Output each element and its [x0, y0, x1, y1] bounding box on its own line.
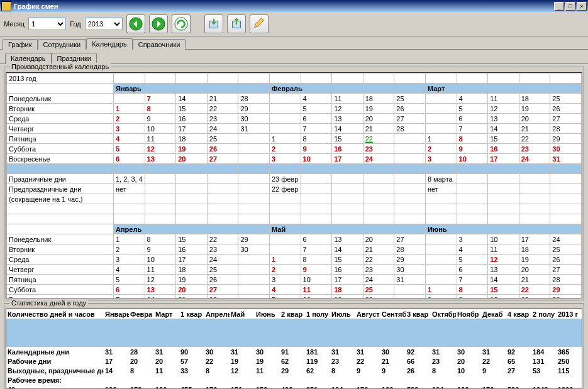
next-button[interactable] — [149, 14, 168, 33]
calendar-group: Производственный календарь 2013 годЯнвар… — [4, 67, 584, 300]
main-tab-2[interactable]: Календарь — [86, 38, 133, 50]
minimize-button[interactable]: _ — [554, 2, 564, 11]
toolbar: Месяц 1 Год 2013 — [0, 12, 588, 36]
year-label: Год — [70, 20, 81, 28]
month-select[interactable]: 1 — [28, 18, 66, 30]
export-button[interactable] — [227, 14, 246, 33]
year-select[interactable]: 2013 — [85, 18, 123, 30]
window-title: График смен — [14, 3, 553, 10]
main-tab-3[interactable]: Справочники — [133, 39, 186, 50]
sub-tabs: КалендарьПраздники — [0, 50, 588, 64]
stats-scroll[interactable]: Количество дней и часовЯнварьФевраМарт1 … — [6, 309, 582, 389]
svg-point-2 — [175, 18, 187, 30]
maximize-button[interactable]: □ — [565, 2, 575, 11]
import-button[interactable] — [204, 14, 223, 33]
app-icon — [1, 1, 11, 11]
refresh-button[interactable] — [172, 14, 191, 33]
close-button[interactable]: × — [577, 2, 587, 11]
main-tab-0[interactable]: График — [3, 39, 38, 50]
title-bar: График смен _ □ × — [0, 0, 588, 12]
prev-button[interactable] — [126, 14, 145, 33]
month-label: Месяц — [4, 20, 25, 28]
stats-group: Статистика дней в году Количество дней и… — [4, 303, 584, 389]
edit-button[interactable] — [250, 14, 269, 33]
sub-tab-0[interactable]: Календарь — [5, 53, 52, 64]
stats-group-label: Статистика дней в году — [9, 299, 88, 307]
main-tabs: ГрафикСотрудникиКалендарьСправочники — [0, 36, 588, 50]
calendar-scroll[interactable]: 2013 годЯнварьФевральМартПонедельник7142… — [6, 72, 582, 299]
calendar-table: 2013 годЯнварьФевральМартПонедельник7142… — [6, 73, 582, 299]
main-tab-1[interactable]: Сотрудники — [38, 39, 87, 50]
stats-table: Количество дней и часовЯнварьФевраМарт1 … — [6, 309, 582, 389]
